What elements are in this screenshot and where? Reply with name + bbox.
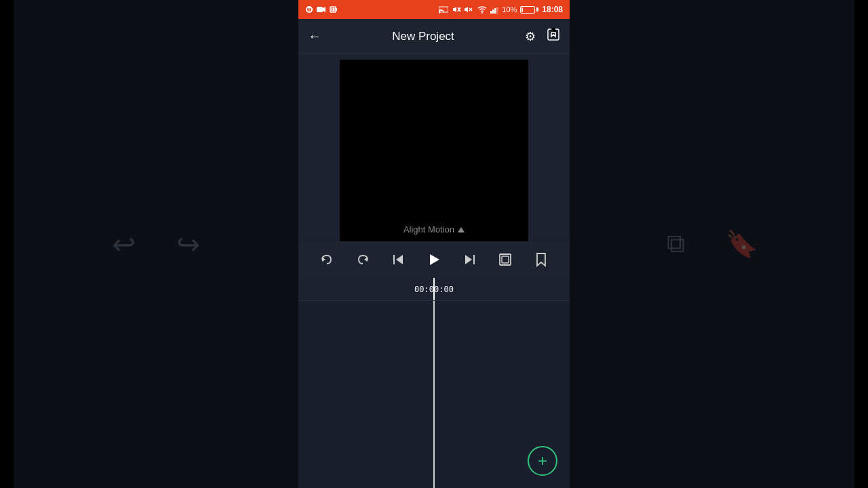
timeline-area: 00:00:00 + [298,278,570,488]
skip-to-end-button[interactable] [458,247,482,272]
svg-marker-28 [430,254,439,265]
svg-rect-5 [317,7,323,12]
settings-button[interactable]: ⚙ [525,29,536,44]
svg-rect-18 [490,11,492,14]
right-background-panel: ⧉ 🔖 [570,0,854,488]
notification-dot-icon [305,5,313,14]
phone-frame: ! [298,0,570,488]
svg-rect-8 [336,8,337,11]
add-icon: + [538,453,547,469]
cast-icon [439,5,448,14]
svg-rect-21 [496,7,498,14]
undo-button[interactable] [315,247,339,272]
timeline-body[interactable]: + [298,301,570,488]
playback-controls [298,241,570,278]
svg-rect-32 [502,256,509,263]
svg-rect-29 [473,255,475,264]
svg-marker-27 [396,255,403,264]
timeline-header: 00:00:00 [298,278,570,301]
left-background-panel: ↩ ↪ [14,0,298,488]
back-button[interactable]: ← [308,28,321,44]
svg-marker-25 [364,257,368,262]
svg-marker-30 [465,255,472,264]
status-bar: ! [298,0,570,19]
background-bookmark-icon: 🔖 [726,229,757,259]
battery-percent-text: 10% [502,5,517,14]
project-title: New Project [392,30,454,43]
status-time: 18:08 [542,5,563,14]
timeline-playhead [433,301,435,488]
background-undo-icon: ↩ [112,228,136,261]
battery-alert-status-icon: ! [330,5,338,14]
crop-button[interactable] [493,247,517,272]
svg-point-17 [481,12,483,14]
svg-marker-6 [323,7,326,12]
bookmark-button[interactable] [529,247,553,272]
timecode-display: 00:00:00 [410,285,458,294]
signal-icon [490,5,498,14]
video-camera-status-icon [317,5,326,14]
background-redo-icon: ↪ [176,228,200,261]
top-bar: ← New Project ⚙ [298,19,570,54]
svg-rect-3 [308,9,311,9]
mute-icon [452,5,461,14]
wifi-status-icon [477,5,487,14]
status-bar-left: ! [305,5,338,14]
redo-button[interactable] [351,247,375,272]
volume-off-icon [465,5,474,14]
export-button[interactable] [547,28,560,45]
svg-point-4 [309,10,310,12]
svg-rect-19 [492,9,494,14]
add-layer-button[interactable]: + [528,446,557,476]
svg-rect-20 [494,8,496,14]
watermark-triangle-icon [458,227,465,232]
battery-indicator [520,6,538,14]
svg-rect-26 [393,255,395,264]
svg-marker-24 [322,257,326,262]
svg-point-12 [439,13,440,14]
svg-rect-2 [308,7,311,9]
status-bar-right: 10% 18:08 [439,5,563,14]
skip-to-start-button[interactable] [386,247,410,272]
preview-area: Alight Motion [298,54,570,241]
top-bar-actions: ⚙ [525,28,560,45]
watermark-text: Alight Motion [403,224,465,235]
preview-canvas: Alight Motion [340,60,528,241]
background-copy-icon: ⧉ [667,229,685,259]
play-button[interactable] [422,247,446,272]
